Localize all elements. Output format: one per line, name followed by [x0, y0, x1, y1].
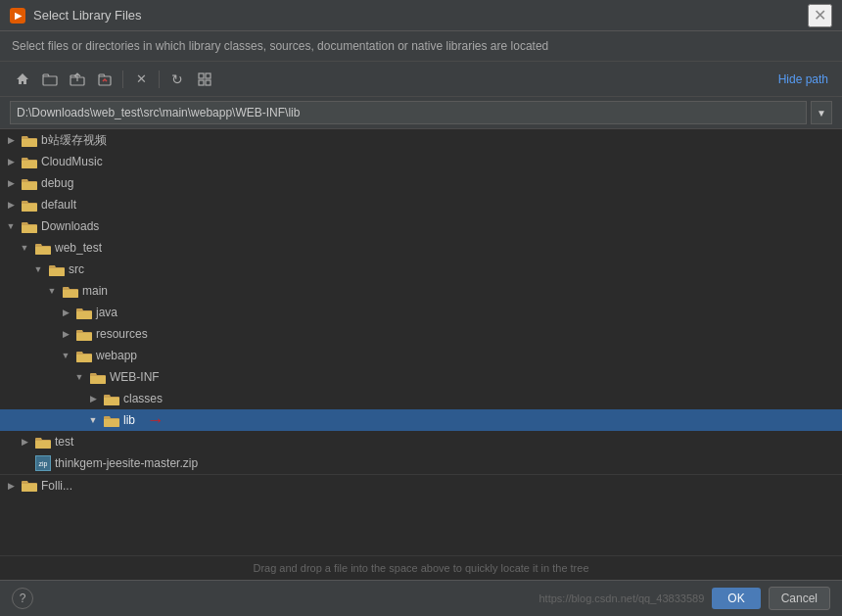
item-label: debug	[41, 176, 73, 190]
tree-item[interactable]: ▶ default	[0, 194, 842, 215]
item-label: WEB-INF	[110, 370, 160, 384]
expand-arrow: ▶	[59, 327, 72, 341]
title-bar: ▶ Select Library Files ✕	[0, 0, 842, 31]
path-input[interactable]	[10, 101, 807, 124]
item-label: b站缓存视频	[41, 132, 107, 149]
path-bar: ▼	[0, 97, 842, 129]
expand-arrow: ▼	[86, 413, 100, 427]
expand-arrow: ▶	[4, 479, 18, 493]
item-label: classes	[123, 392, 163, 405]
ok-button[interactable]: OK	[712, 588, 760, 609]
expand-arrow: ▼	[31, 262, 45, 276]
selected-tree-item[interactable]: ▼ lib ←	[0, 409, 842, 431]
expand-arrow: ▶	[18, 435, 31, 449]
svg-rect-4	[206, 73, 210, 78]
item-label: resources	[96, 327, 148, 341]
expand-arrow: ▶	[4, 198, 18, 212]
delete-button[interactable]: ✕	[128, 67, 154, 92]
bottom-area: Drag and drop a file into the space abov…	[0, 555, 842, 616]
item-label: Downloads	[41, 219, 99, 233]
item-label: java	[96, 306, 117, 319]
url-text: https://blog.csdn.net/qq_43833589	[538, 592, 704, 604]
toolbar-left: ✕ ↻	[10, 67, 217, 92]
home-button[interactable]	[10, 67, 35, 92]
close-button[interactable]: ✕	[808, 4, 832, 27]
tree-item[interactable]: ▶ CloudMusic	[0, 151, 842, 172]
folder-icon	[35, 434, 51, 450]
expand-arrow: ▼	[45, 284, 59, 298]
refresh-button[interactable]: ↻	[164, 67, 190, 92]
zip-file-icon: zip	[35, 455, 51, 471]
expand-arrow: ▶	[4, 176, 18, 190]
bookmark-button[interactable]	[92, 67, 117, 92]
item-label: lib	[123, 413, 135, 427]
cancel-button[interactable]: Cancel	[769, 587, 830, 610]
hide-path-button[interactable]: Hide path	[774, 71, 832, 88]
item-label: webapp	[96, 349, 137, 362]
expand-arrow: ▼	[18, 241, 31, 255]
tree-item[interactable]: ▶ Folli...	[0, 474, 842, 496]
tree-item[interactable]: ▶ java	[0, 302, 842, 323]
expand-arrow: ▶	[86, 392, 100, 405]
tree-item[interactable]: ▶ test	[0, 431, 842, 452]
folder-icon	[76, 326, 92, 342]
folder-icon	[76, 305, 92, 320]
expand-arrow: ▶	[4, 133, 18, 147]
app-icon: ▶	[10, 8, 25, 24]
folder-icon	[35, 240, 51, 256]
svg-rect-6	[206, 80, 210, 85]
folder-icon	[22, 175, 37, 191]
folder-icon	[22, 197, 37, 213]
item-label: src	[69, 262, 84, 276]
folder-icon	[22, 218, 37, 234]
file-tree[interactable]: ▶ b站缓存视频 ▶ CloudMusic ▶	[0, 129, 842, 555]
tree-item[interactable]: zip thinkgem-jeesite-master.zip	[0, 452, 842, 474]
tree-item[interactable]: ▶ classes	[0, 388, 842, 409]
expand-arrow: ▶	[59, 306, 72, 319]
svg-rect-5	[199, 80, 204, 85]
new-folder-button[interactable]	[37, 67, 63, 92]
folder-icon	[76, 348, 92, 363]
item-label: main	[82, 284, 108, 298]
expand-arrow: ▼	[59, 349, 72, 362]
main-content: Select files or directories in which lib…	[0, 31, 842, 616]
subtitle: Select files or directories in which lib…	[0, 31, 842, 62]
toolbar: ✕ ↻ Hide path	[0, 62, 842, 97]
folder-icon	[22, 478, 37, 494]
tree-item[interactable]: ▼ src	[0, 259, 842, 280]
action-buttons: https://blog.csdn.net/qq_43833589 OK Can…	[538, 587, 830, 610]
folder-icon	[90, 369, 106, 385]
divider1	[122, 71, 123, 88]
expand-collapse-button[interactable]	[192, 67, 217, 92]
svg-rect-0	[43, 76, 57, 85]
expand-arrow: ▼	[72, 370, 86, 384]
tree-item[interactable]: ▼ web_test	[0, 237, 842, 259]
divider2	[159, 71, 160, 88]
path-dropdown[interactable]: ▼	[811, 101, 832, 124]
dialog-title: Select Library Files	[33, 8, 142, 23]
tree-item[interactable]: ▼ main	[0, 280, 842, 302]
tree-item[interactable]: ▼ WEB-INF	[0, 366, 842, 388]
folder-icon	[104, 391, 119, 406]
item-label: Folli...	[41, 479, 72, 493]
svg-rect-2	[99, 76, 111, 85]
folder-icon	[22, 154, 37, 169]
item-label: CloudMusic	[41, 155, 103, 168]
item-label: default	[41, 198, 76, 212]
folder-icon	[104, 412, 119, 428]
folder-icon	[22, 132, 37, 148]
tree-item[interactable]: ▼ Downloads	[0, 215, 842, 237]
item-label: web_test	[55, 241, 102, 255]
go-up-button[interactable]	[65, 67, 90, 92]
item-label: test	[55, 435, 73, 449]
svg-rect-3	[199, 73, 204, 78]
help-button[interactable]: ?	[12, 588, 33, 609]
expand-arrow: ▶	[4, 155, 18, 168]
arrow-indicator: ←	[147, 410, 164, 431]
folder-icon	[49, 261, 65, 277]
folder-icon	[63, 283, 78, 299]
tree-item[interactable]: ▶ resources	[0, 323, 842, 345]
tree-item[interactable]: ▶ debug	[0, 172, 842, 194]
tree-item[interactable]: ▶ b站缓存视频	[0, 129, 842, 151]
tree-item[interactable]: ▼ webapp	[0, 345, 842, 366]
